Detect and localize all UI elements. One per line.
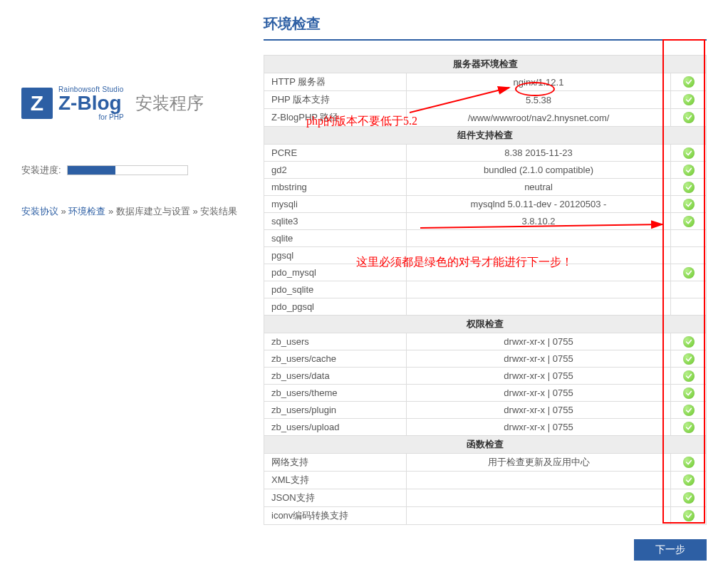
check-item-label: Z-BlogPHP 路径 (264, 109, 407, 127)
check-item-value (407, 247, 671, 264)
check-ok-icon (683, 474, 695, 486)
check-item-status (671, 507, 707, 525)
check-item-value (407, 298, 671, 316)
section-header: 函数检查 (264, 436, 707, 454)
table-row: XML支持 (264, 472, 707, 489)
check-item-status (671, 298, 707, 316)
table-row: mbstringneutral (264, 179, 707, 196)
logo-forphp: for PHP (58, 113, 124, 121)
check-item-label: zb_users/upload (264, 419, 407, 436)
environment-check-table: 服务器环境检查HTTP 服务器nginx/1.12.1PHP 版本支持5.5.3… (264, 55, 707, 525)
check-item-value (407, 472, 671, 489)
check-item-value (407, 230, 671, 247)
check-item-value (407, 507, 671, 525)
table-row: Z-BlogPHP 路径/www/wwwroot/nav2.hnysnet.co… (264, 109, 707, 127)
check-item-value: drwxr-xr-x | 0755 (407, 368, 671, 385)
check-item-label: zb_users/theme (264, 385, 407, 402)
check-item-value: drwxr-xr-x | 0755 (407, 419, 671, 436)
check-item-status (671, 419, 707, 436)
table-row: pdo_pgsql (264, 298, 707, 316)
table-row: 网络支持用于检查更新及应用中心 (264, 454, 707, 472)
check-item-value: mysqlnd 5.0.11-dev - 20120503 - (407, 196, 671, 213)
check-item-label: zb_users/data (264, 368, 407, 385)
check-item-status (671, 350, 707, 368)
check-item-value (407, 489, 671, 507)
section-header: 服务器环境检查 (264, 56, 707, 73)
check-item-label: mbstring (264, 179, 407, 196)
table-row: iconv编码转换支持 (264, 507, 707, 525)
next-step-button[interactable]: 下一步 (634, 539, 707, 561)
check-ok-icon (683, 182, 695, 193)
check-item-status (671, 402, 707, 419)
check-item-status (671, 162, 707, 179)
check-item-label: pdo_sqlite (264, 281, 407, 298)
check-ok-icon (683, 267, 695, 279)
check-item-status (671, 91, 707, 109)
check-item-value: /www/wwwroot/nav2.hnysnet.com/ (407, 109, 671, 127)
check-item-value (407, 281, 671, 298)
check-item-status (671, 489, 707, 507)
check-item-status (671, 230, 707, 247)
breadcrumb-step-envcheck[interactable]: 环境检查 (68, 206, 105, 217)
check-item-label: pdo_mysql (264, 264, 407, 281)
table-row: zb_users/themedrwxr-xr-x | 0755 (264, 385, 707, 402)
check-item-value: bundled (2.1.0 compatible) (407, 162, 671, 179)
check-item-label: 网络支持 (264, 454, 407, 472)
check-item-status (671, 472, 707, 489)
check-item-value: drwxr-xr-x | 0755 (407, 402, 671, 419)
breadcrumb: 安装协议 » 环境检查 » 数据库建立与设置 » 安装结果 (21, 205, 249, 218)
check-item-label: gd2 (264, 162, 407, 179)
progress-fill (68, 166, 115, 175)
table-row: PCRE8.38 2015-11-23 (264, 145, 707, 162)
progress-bar (67, 165, 188, 175)
install-program-label: 安装程序 (135, 92, 204, 115)
section-header: 组件支持检查 (264, 127, 707, 145)
check-item-status (671, 213, 707, 230)
check-ok-icon (683, 147, 695, 159)
check-item-value: 3.8.10.2 (407, 213, 671, 230)
sidebar: Z Rainbowsoft Studio Z-Blog for PHP 安装程序… (21, 14, 264, 561)
check-ok-icon (683, 457, 695, 468)
check-item-label: JSON支持 (264, 489, 407, 507)
check-item-label: XML支持 (264, 472, 407, 489)
table-row: zb_users/uploaddrwxr-xr-x | 0755 (264, 419, 707, 436)
check-item-label: PCRE (264, 145, 407, 162)
install-progress: 安装进度: (21, 164, 249, 177)
check-ok-icon (683, 492, 695, 504)
table-row: mysqlimysqlnd 5.0.11-dev - 20120503 - (264, 196, 707, 213)
check-item-status (671, 196, 707, 213)
check-ok-icon (683, 199, 695, 210)
check-item-value: drwxr-xr-x | 0755 (407, 385, 671, 402)
check-item-value: neutral (407, 179, 671, 196)
table-row: sqlite33.8.10.2 (264, 213, 707, 230)
check-item-label: zb_users/cache (264, 350, 407, 368)
check-item-label: PHP 版本支持 (264, 91, 407, 109)
logo-title: Z-Blog (58, 93, 124, 113)
check-item-status (671, 264, 707, 281)
table-row: zb_users/plugindrwxr-xr-x | 0755 (264, 402, 707, 419)
check-item-label: zb_users (264, 333, 407, 350)
table-row: sqlite (264, 230, 707, 247)
check-item-status (671, 109, 707, 127)
table-row: pdo_mysql (264, 264, 707, 281)
check-item-status (671, 281, 707, 298)
check-item-label: HTTP 服务器 (264, 73, 407, 91)
check-item-label: sqlite3 (264, 213, 407, 230)
check-item-label: zb_users/plugin (264, 402, 407, 419)
table-row: HTTP 服务器nginx/1.12.1 (264, 73, 707, 91)
page-title: 环境检查 (264, 14, 707, 41)
check-item-label: mysqli (264, 196, 407, 213)
section-header: 权限检查 (264, 316, 707, 333)
table-row: pdo_sqlite (264, 281, 707, 298)
check-item-value (407, 264, 671, 281)
check-item-status (671, 247, 707, 264)
check-item-value: 5.5.38 (407, 91, 671, 109)
check-item-label: pgsql (264, 247, 407, 264)
check-ok-icon (683, 353, 695, 365)
check-ok-icon (683, 510, 695, 521)
table-row: pgsql (264, 247, 707, 264)
check-item-value: 用于检查更新及应用中心 (407, 454, 671, 472)
check-item-status (671, 333, 707, 350)
check-item-value: drwxr-xr-x | 0755 (407, 333, 671, 350)
breadcrumb-step-agreement[interactable]: 安装协议 (21, 206, 58, 217)
